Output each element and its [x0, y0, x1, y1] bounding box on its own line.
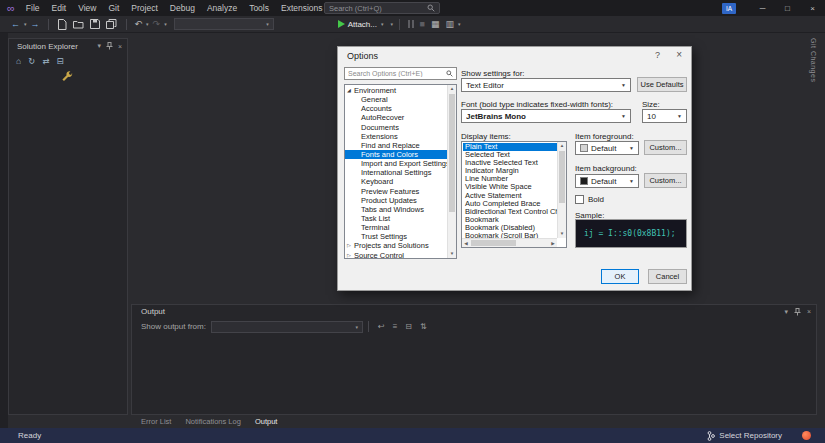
window-position-icon[interactable]: ▾ — [97, 42, 101, 50]
collapse-all-icon[interactable]: ⊟ — [56, 56, 63, 66]
save-icon[interactable] — [90, 19, 100, 29]
tree-item-environment[interactable]: ◢Environment — [345, 86, 447, 95]
scroll-down-icon[interactable]: ▼ — [448, 250, 456, 258]
tree-item-autorecover[interactable]: AutoRecover — [345, 113, 447, 122]
show-output-icon[interactable]: ≡ — [393, 322, 398, 331]
display-item-plain-text[interactable]: Plain Text — [463, 143, 557, 151]
pin-icon[interactable] — [106, 42, 113, 50]
display-item-bidirectional-text-control-charact[interactable]: Bidirectional Text Control Charact — [463, 208, 557, 216]
menu-item-project[interactable]: Project — [125, 0, 163, 16]
scrollbar-thumb[interactable] — [559, 151, 565, 203]
panel-tab-output[interactable]: Output — [249, 415, 284, 428]
expanded-icon[interactable]: ◢ — [347, 86, 354, 95]
new-file-icon[interactable] — [57, 19, 67, 30]
tree-item-task-list[interactable]: Task List — [345, 214, 447, 223]
list-horizontal-scrollbar[interactable]: ◀ ▶ — [462, 238, 557, 247]
tree-item-source-control[interactable]: ▷Source Control — [345, 251, 447, 258]
titlebar-search-box[interactable]: Search (Ctrl+Q) — [324, 2, 440, 14]
size-dropdown[interactable]: 10 ▼ — [642, 109, 687, 123]
output-source-combobox[interactable]: ▾ — [211, 321, 363, 333]
display-item-bookmark-disabled[interactable]: Bookmark (Disabled) — [463, 224, 557, 232]
tree-item-find-and-replace[interactable]: Find and Replace — [345, 141, 447, 150]
font-dropdown[interactable]: JetBrains Mono ▼ — [461, 109, 631, 123]
chevron-down-icon[interactable]: ▾ — [458, 21, 461, 27]
menu-item-git[interactable]: Git — [102, 0, 125, 16]
display-item-line-number[interactable]: Line Number — [463, 175, 557, 183]
display-item-inactive-selected-text[interactable]: Inactive Selected Text — [463, 159, 557, 167]
scroll-left-icon[interactable]: ◀ — [462, 239, 470, 248]
dialog-close-icon[interactable]: × — [676, 49, 682, 60]
solution-configurations-combobox[interactable]: ▾ — [174, 18, 274, 30]
menu-item-edit[interactable]: Edit — [46, 0, 73, 16]
clear-all-icon[interactable]: ⊟ — [405, 322, 412, 331]
display-item-selected-text[interactable]: Selected Text — [463, 151, 557, 159]
menu-item-tools[interactable]: Tools — [243, 0, 275, 16]
close-button[interactable]: × — [800, 0, 825, 16]
panel-tab-error-list[interactable]: Error List — [135, 415, 177, 428]
tree-item-international-settings[interactable]: International Settings — [345, 168, 447, 177]
window-layout-icon[interactable]: ▥ — [445, 16, 454, 33]
panel-tab-notifications-log[interactable]: Notifications Log — [179, 415, 246, 428]
tree-item-general[interactable]: General — [345, 95, 447, 104]
tree-item-keyboard[interactable]: Keyboard — [345, 177, 447, 186]
open-file-icon[interactable] — [73, 19, 84, 29]
attach-button[interactable]: Attach... ▾ — [338, 20, 385, 29]
display-item-auto-completed-brace[interactable]: Auto Completed Brace — [463, 200, 557, 208]
ok-button[interactable]: OK — [601, 269, 639, 284]
word-wrap-icon[interactable]: ↩ — [378, 322, 385, 331]
tree-item-preview-features[interactable]: Preview Features — [345, 187, 447, 196]
undo-dropdown-icon[interactable]: ▾ — [146, 21, 149, 27]
tree-item-accounts[interactable]: Accounts — [345, 104, 447, 113]
notification-dot-icon[interactable] — [802, 431, 811, 440]
maximize-button[interactable]: □ — [775, 0, 800, 16]
navigate-backward-icon[interactable]: ← — [11, 16, 20, 33]
close-icon[interactable]: × — [807, 308, 811, 315]
tree-item-fonts-and-colors[interactable]: Fonts and Colors — [345, 150, 447, 159]
scrollbar-thumb[interactable] — [449, 94, 455, 212]
scrollbar-thumb[interactable] — [471, 240, 516, 246]
tree-item-product-updates[interactable]: Product Updates — [345, 196, 447, 205]
close-icon[interactable]: × — [118, 43, 122, 50]
display-item-indicator-margin[interactable]: Indicator Margin — [463, 167, 557, 175]
tree-vertical-scrollbar[interactable]: ▲ ▼ — [447, 85, 456, 258]
scroll-down-icon[interactable]: ▼ — [558, 230, 566, 238]
tree-item-trust-settings[interactable]: Trust Settings — [345, 232, 447, 241]
undo-icon[interactable]: ↶ — [135, 16, 143, 33]
sync-with-active-document-icon[interactable]: ⇄ — [42, 56, 49, 66]
list-vertical-scrollbar[interactable]: ▲ ▼ — [557, 142, 566, 238]
scroll-up-icon[interactable]: ▲ — [558, 142, 566, 150]
menu-item-view[interactable]: View — [72, 0, 102, 16]
show-settings-for-dropdown[interactable]: Text Editor ▼ — [461, 78, 631, 92]
options-search-box[interactable]: Search Options (Ctrl+E) — [344, 67, 457, 80]
menu-item-analyze[interactable]: Analyze — [201, 0, 243, 16]
tree-item-extensions[interactable]: Extensions — [345, 132, 447, 141]
tree-item-terminal[interactable]: Terminal — [345, 223, 447, 232]
tree-item-projects-and-solutions[interactable]: ▷Projects and Solutions — [345, 241, 447, 250]
display-item-visible-white-space[interactable]: Visible White Space — [463, 183, 557, 191]
scroll-right-icon[interactable]: ▶ — [549, 239, 557, 248]
pin-icon[interactable] — [794, 308, 801, 316]
tree-item-documents[interactable]: Documents — [345, 123, 447, 132]
use-defaults-button[interactable]: Use Defaults — [637, 77, 687, 92]
bold-checkbox[interactable]: Bold — [575, 195, 604, 204]
scroll-up-icon[interactable]: ▲ — [448, 85, 456, 93]
user-avatar[interactable]: IA — [722, 3, 736, 14]
menu-item-extensions[interactable]: Extensions — [275, 0, 329, 16]
navigate-backward-dropdown-icon[interactable]: ▾ — [24, 21, 27, 27]
item-background-dropdown[interactable]: Default ▼ — [575, 174, 639, 188]
menu-item-debug[interactable]: Debug — [164, 0, 201, 16]
save-all-icon[interactable] — [106, 19, 118, 30]
toggle-autoscroll-icon[interactable]: ⇅ — [420, 322, 427, 331]
menu-item-file[interactable]: File — [20, 0, 46, 16]
tree-item-tabs-and-windows[interactable]: Tabs and Windows — [345, 205, 447, 214]
background-custom-button[interactable]: Custom... — [644, 173, 687, 188]
wrench-icon[interactable] — [61, 71, 74, 84]
collapsed-icon[interactable]: ▷ — [347, 241, 354, 250]
select-repository-button[interactable]: Select Repository — [719, 431, 782, 440]
tree-item-import-and-export-settings[interactable]: Import and Export Settings — [345, 159, 447, 168]
right-dock-tab[interactable]: Git Changes — [808, 38, 819, 118]
collapsed-icon[interactable]: ▷ — [347, 251, 354, 258]
minimize-button[interactable]: ─ — [750, 0, 775, 16]
foreground-custom-button[interactable]: Custom... — [644, 140, 687, 155]
cancel-button[interactable]: Cancel — [648, 269, 687, 284]
